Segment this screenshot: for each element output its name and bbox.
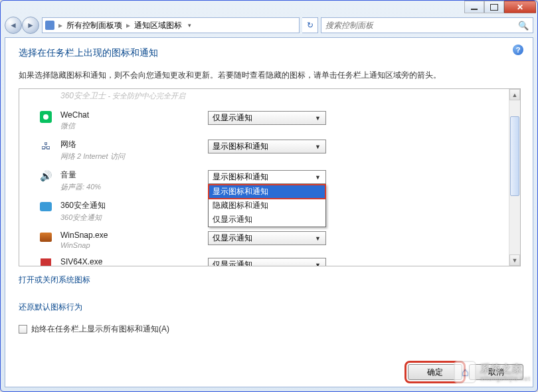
behavior-combo[interactable]: 仅显示通知 ▼ — [208, 231, 326, 245]
combo-value: 显示图标和通知 — [213, 141, 268, 152]
page-title: 选择在任务栏上出现的图标和通知 — [19, 47, 521, 59]
combo-value: 仅显示通知 — [213, 112, 252, 124]
content-pane: ? 选择在任务栏上出现的图标和通知 如果选择隐藏图标和通知，则不会向您通知更改和… — [5, 37, 533, 387]
chevron-down-icon: ▼ — [313, 174, 323, 181]
item-name: WeChat — [60, 110, 200, 120]
behavior-combo[interactable]: 仅显示通知 ▼ — [208, 111, 326, 125]
page-description: 如果选择隐藏图标和通知，则不会向您通知更改和更新。若要随时查看隐藏的图标，请单击… — [19, 68, 521, 82]
item-subtitle: 微信 — [60, 121, 200, 131]
chevron-down-icon: ▼ — [313, 235, 323, 242]
titlebar — [1, 1, 537, 14]
item-subtitle: 360安全通知 — [60, 213, 200, 223]
list-item: 🖧 网络 网络 2 Internet 访问 显示图标和通知 ▼ — [19, 135, 509, 165]
speaker-icon: 🔊 — [39, 169, 52, 183]
always-show-checkbox-row: 始终在任务栏上显示所有图标和通知(A) — [19, 324, 521, 335]
chevron-down-icon: ▼ — [313, 144, 323, 150]
app-icon — [39, 200, 52, 213]
wechat-icon — [39, 110, 52, 124]
item-subtitle: 网络 2 Internet 访问 — [60, 151, 200, 161]
chevron-down-icon: ▼ — [313, 115, 323, 122]
dropdown-option[interactable]: 显示图标和通知 — [209, 185, 325, 199]
item-name: WinSnap.exe — [60, 231, 200, 240]
item-subtitle: - 安全防护中心完全开启 — [108, 92, 185, 100]
maximize-button[interactable] — [484, 1, 504, 13]
list-item: 🔊 音量 扬声器: 40% 显示图标和通知 ▼ 显示图标和通知 隐藏图标和通知 … — [19, 165, 509, 196]
behavior-combo[interactable]: 显示图标和通知 ▼ 显示图标和通知 隐藏图标和通知 仅显示通知 — [208, 170, 326, 184]
back-button[interactable]: ◄ — [5, 17, 22, 34]
scroll-thumb[interactable] — [510, 116, 519, 196]
item-name: 网络 — [60, 139, 200, 150]
system-icons-link[interactable]: 打开或关闭系统图标 — [19, 274, 521, 286]
item-subtitle: WinSnap — [60, 241, 200, 249]
close-button[interactable] — [504, 1, 536, 13]
behavior-dropdown: 显示图标和通知 隐藏图标和通知 仅显示通知 — [208, 184, 326, 227]
forward-button[interactable]: ► — [22, 17, 39, 34]
restore-defaults-link[interactable]: 还原默认图标行为 — [19, 302, 521, 313]
breadcrumb-item[interactable]: 所有控制面板项 — [66, 20, 122, 31]
scroll-up-button[interactable]: ▲ — [509, 89, 520, 100]
cancel-button[interactable]: 取消 — [469, 364, 523, 380]
help-icon[interactable]: ? — [513, 45, 523, 55]
dropdown-option[interactable]: 仅显示通知 — [209, 213, 325, 227]
scroll-down-button[interactable]: ▼ — [509, 254, 520, 266]
chevron-down-icon: ▼ — [313, 262, 323, 266]
list-item: SIV64X.exe SIV64X - System Information V… — [19, 253, 509, 266]
breadcrumb-item[interactable]: 通知区域图标 — [134, 20, 182, 31]
address-bar[interactable]: ▸ 所有控制面板项 ▸ 通知区域图标 ▾ — [42, 17, 300, 33]
chevron-right-icon: ▸ — [126, 21, 130, 30]
notification-list: 360安全卫士 - 安全防护中心完全开启 WeChat 微信 仅显示通知 ▼ — [19, 88, 521, 266]
checkbox-label: 始终在任务栏上显示所有图标和通知(A) — [31, 324, 169, 335]
item-name: 音量 — [60, 169, 200, 181]
minimize-button[interactable] — [464, 1, 484, 13]
dropdown-option[interactable]: 隐藏图标和通知 — [209, 199, 325, 213]
app-icon — [39, 231, 52, 244]
always-show-checkbox[interactable] — [19, 325, 27, 334]
combo-value: 仅显示通知 — [213, 233, 252, 244]
chevron-down-icon[interactable]: ▾ — [186, 22, 193, 29]
scrollbar[interactable]: ▲ ▼ — [509, 89, 520, 266]
list-item: 360安全卫士 - 安全防护中心完全开启 — [19, 90, 509, 106]
behavior-combo[interactable]: 显示图标和通知 ▼ — [208, 140, 326, 153]
network-icon: 🖧 — [39, 139, 52, 152]
behavior-combo[interactable]: 仅显示通知 ▼ — [208, 258, 326, 266]
item-subtitle: 扬声器: 40% — [60, 182, 200, 192]
item-name: 360安全通知 — [60, 200, 200, 211]
item-name: SIV64X.exe — [60, 257, 200, 266]
app-icon — [39, 90, 52, 104]
button-bar: 确定 取消 — [408, 364, 523, 380]
list-item: WinSnap.exe WinSnap 仅显示通知 ▼ — [19, 227, 509, 253]
search-box[interactable]: 🔍 — [321, 17, 533, 33]
nav-buttons: ◄ ► — [5, 17, 39, 34]
scroll-track[interactable] — [509, 100, 520, 254]
refresh-button[interactable]: ↻ — [302, 17, 318, 33]
list-item: WeChat 微信 仅显示通知 ▼ — [19, 106, 509, 135]
chevron-right-icon: ▸ — [58, 21, 62, 30]
control-panel-icon — [45, 21, 54, 30]
item-name: 360安全卫士 — [60, 91, 106, 100]
combo-value: 仅显示通知 — [213, 259, 252, 266]
app-icon — [39, 257, 52, 266]
combo-value: 显示图标和通知 — [213, 171, 268, 183]
window: ◄ ► ▸ 所有控制面板项 ▸ 通知区域图标 ▾ ↻ 🔍 ? 选择在任务栏上出现… — [0, 0, 538, 392]
ok-button[interactable]: 确定 — [408, 364, 462, 380]
list-viewport: 360安全卫士 - 安全防护中心完全开启 WeChat 微信 仅显示通知 ▼ — [19, 89, 509, 266]
navbar: ◄ ► ▸ 所有控制面板项 ▸ 通知区域图标 ▾ ↻ 🔍 — [1, 14, 537, 37]
search-input[interactable] — [325, 21, 518, 30]
search-icon[interactable]: 🔍 — [518, 21, 529, 31]
